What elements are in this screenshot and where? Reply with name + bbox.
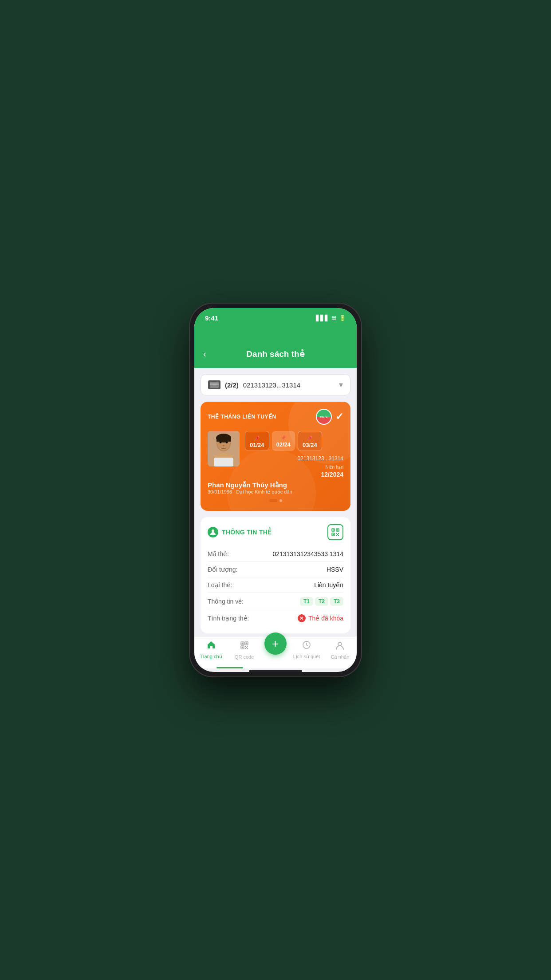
battery-icon: 🔋 bbox=[339, 315, 346, 321]
svg-rect-36 bbox=[245, 646, 246, 647]
bottom-nav: Trang chủ bbox=[194, 636, 357, 668]
info-row-type: Loại thẻ: Liên tuyến bbox=[208, 577, 343, 593]
svg-rect-1 bbox=[210, 383, 219, 385]
svg-rect-24 bbox=[337, 534, 338, 535]
card-type-label: THẺ THÁNG LIÊN TUYẾN bbox=[208, 414, 276, 420]
qrcode-icon bbox=[240, 640, 249, 653]
qr-code-button[interactable] bbox=[327, 524, 343, 540]
avatar bbox=[208, 431, 240, 466]
home-icon bbox=[206, 640, 216, 652]
info-row-code: Mã thẻ: 0213131312343533 1314 bbox=[208, 546, 343, 562]
card-id-row: 021313123...31314 bbox=[245, 455, 343, 462]
svg-rect-19 bbox=[333, 534, 334, 535]
dot-2 bbox=[279, 499, 282, 502]
svg-rect-38 bbox=[245, 648, 246, 649]
ticket-tag-t3: T3 bbox=[330, 597, 343, 606]
svg-point-11 bbox=[223, 445, 224, 447]
month-03-btn[interactable]: 📌 03/24 bbox=[298, 431, 322, 451]
card-dob: 30/01/1996 · Đại học Kinh tế quốc dân bbox=[208, 489, 343, 495]
card-dots bbox=[208, 499, 343, 502]
section-header: THÔNG TIN THẺ bbox=[208, 524, 343, 540]
person-icon bbox=[208, 527, 218, 537]
svg-rect-8 bbox=[228, 437, 231, 442]
phone-screen: 9:41 ▋▋▋ 𝌤 🔋 ‹ Danh sách thẻ bbox=[194, 308, 357, 672]
nav-item-qrcode[interactable]: QR code bbox=[231, 640, 258, 660]
status-icons: ▋▋▋ 𝌤 🔋 bbox=[316, 315, 346, 321]
svg-rect-22 bbox=[336, 535, 337, 536]
section-title: THÔNG TIN THẺ bbox=[222, 529, 272, 536]
info-row-object: Đối tượng: HSSV bbox=[208, 562, 343, 577]
header: ‹ Danh sách thẻ bbox=[194, 328, 357, 368]
svg-rect-23 bbox=[338, 535, 339, 536]
expiry-label: Niên hạn bbox=[326, 465, 343, 470]
dot-1 bbox=[269, 499, 277, 502]
section-title-row: THÔNG TIN THẺ bbox=[208, 527, 272, 537]
month-01-btn[interactable]: 📌 01/24 bbox=[245, 431, 269, 451]
card-number: 021313123...31314 bbox=[243, 381, 300, 389]
card-name: Phan Nguyễn Thúy Hằng bbox=[208, 481, 343, 489]
card-header-right: HGTC ✓ bbox=[316, 409, 343, 425]
phone-frame: 9:41 ▋▋▋ 𝌤 🔋 ‹ Danh sách thẻ bbox=[189, 303, 362, 677]
label-loai-the: Loại thẻ: bbox=[208, 581, 232, 589]
card-months: 📌 01/24 📌 02/24 📌 03/24 bbox=[245, 431, 343, 451]
page-title: Danh sách thẻ bbox=[246, 349, 304, 359]
value-doi-tuong: HSSV bbox=[327, 566, 343, 573]
wifi-icon: 𝌤 bbox=[331, 315, 337, 321]
card-selector[interactable]: (2/2) 021313123...31314 ▾ bbox=[201, 374, 350, 395]
card-expiry-row: Niên hạn 12/2024 bbox=[245, 462, 343, 478]
status-row: ✕ Thẻ đã khóa bbox=[298, 614, 343, 622]
card-info-col: 📌 01/24 📌 02/24 📌 03/24 bbox=[245, 431, 343, 478]
chevron-down-icon[interactable]: ▾ bbox=[339, 380, 343, 390]
ticket-tag-t2: T2 bbox=[315, 597, 328, 606]
card-name-row: Phan Nguyễn Thúy Hằng 30/01/1996 · Đại h… bbox=[208, 481, 343, 495]
card-info-section: THÔNG TIN THẺ bbox=[201, 517, 350, 633]
label-ma-the: Mã thẻ: bbox=[208, 550, 229, 557]
status-text: Thẻ đã khóa bbox=[308, 615, 343, 622]
nav-label-profile: Cá nhân bbox=[331, 654, 350, 660]
svg-rect-20 bbox=[336, 533, 337, 534]
check-icon: ✓ bbox=[335, 411, 343, 423]
svg-rect-7 bbox=[216, 437, 219, 442]
nav-item-history[interactable]: Lịch sử quét bbox=[293, 640, 320, 660]
transit-card: THẺ THÁNG LIÊN TUYẾN HGTC ✓ bbox=[201, 402, 350, 511]
back-button[interactable]: ‹ bbox=[203, 349, 206, 359]
svg-rect-37 bbox=[247, 646, 248, 647]
home-indicator bbox=[249, 670, 302, 672]
signal-icon: ▋▋▋ bbox=[316, 315, 329, 321]
profile-icon bbox=[335, 640, 345, 653]
svg-rect-40 bbox=[246, 647, 247, 648]
status-error-icon: ✕ bbox=[298, 614, 306, 622]
main-content: (2/2) 021313123...31314 ▾ THẺ THÁNG LIÊN… bbox=[194, 368, 357, 636]
card-selector-left: (2/2) 021313123...31314 bbox=[208, 380, 300, 389]
nav-label-home: Trang chủ bbox=[200, 654, 222, 660]
svg-rect-12 bbox=[214, 458, 233, 466]
hgtc-badge: HGTC bbox=[316, 409, 332, 425]
nav-item-profile[interactable]: Cá nhân bbox=[327, 640, 353, 660]
label-thong-tin-ve: Thông tin vé: bbox=[208, 598, 244, 605]
label-tinh-trang: Tình trạng thẻ: bbox=[208, 615, 249, 622]
svg-rect-15 bbox=[333, 530, 334, 531]
nav-item-home[interactable]: Trang chủ bbox=[198, 640, 224, 660]
nav-label-qrcode: QR code bbox=[235, 654, 254, 660]
info-row-ticket: Thông tin vé: T1 T2 T3 bbox=[208, 593, 343, 610]
ticket-tag-t1: T1 bbox=[300, 597, 313, 606]
info-row-status: Tình trạng thẻ: ✕ Thẻ đã khóa bbox=[208, 610, 343, 626]
card-count: (2/2) bbox=[225, 381, 239, 389]
svg-rect-39 bbox=[247, 648, 248, 649]
svg-rect-31 bbox=[241, 642, 243, 644]
card-body-row: 📌 01/24 📌 02/24 📌 03/24 bbox=[208, 431, 343, 478]
history-icon bbox=[302, 640, 311, 652]
svg-point-9 bbox=[220, 442, 222, 443]
svg-rect-17 bbox=[337, 530, 338, 531]
month-02-btn[interactable]: 📌 02/24 bbox=[272, 431, 295, 451]
card-header-row: THẺ THÁNG LIÊN TUYẾN HGTC ✓ bbox=[208, 409, 343, 425]
value-ma-the: 0213131312343533 1314 bbox=[272, 550, 343, 557]
card-icon bbox=[208, 380, 220, 389]
svg-point-10 bbox=[226, 442, 228, 443]
status-bar: 9:41 ▋▋▋ 𝌤 🔋 bbox=[194, 308, 357, 328]
value-loai-the: Liên tuyến bbox=[314, 581, 343, 589]
plus-icon: + bbox=[272, 638, 279, 649]
fab-add-button[interactable]: + bbox=[264, 632, 287, 655]
svg-rect-21 bbox=[338, 533, 339, 534]
svg-point-13 bbox=[212, 530, 214, 532]
